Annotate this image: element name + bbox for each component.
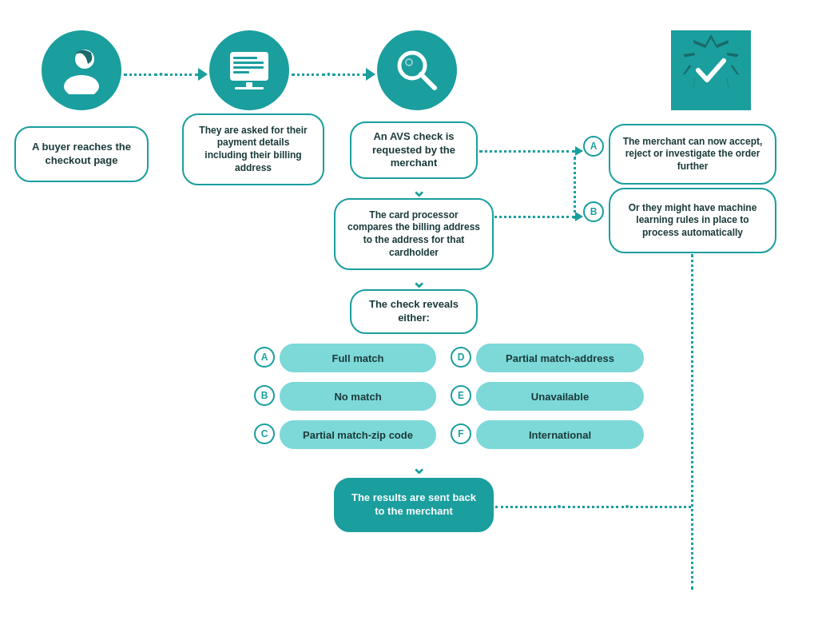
arrow-from-step6 — [495, 505, 691, 508]
result-f-tag: International — [476, 420, 644, 449]
arrow-to-b — [479, 212, 583, 221]
result-d-circle: D — [451, 347, 471, 368]
avs-diagram: • • A buyer reaches the checkout page Th… — [0, 0, 818, 644]
label-a: A — [583, 136, 604, 157]
svg-rect-3 — [233, 57, 257, 59]
step5-box: The check reveals either: — [350, 289, 478, 334]
label-b: B — [583, 201, 604, 222]
svg-point-10 — [406, 59, 412, 66]
vert-dotted-ab — [574, 157, 576, 219]
svg-rect-4 — [233, 62, 264, 64]
chevron-1: ⌄ — [411, 182, 426, 200]
step4-box: The card processor compares the billing … — [334, 198, 494, 270]
arrow-2: • — [292, 68, 375, 81]
svg-point-1 — [64, 75, 99, 94]
svg-rect-5 — [233, 66, 264, 69]
vert-dotted-right — [691, 254, 693, 590]
form-icon — [209, 30, 289, 110]
chevron-2: ⌄ — [411, 273, 426, 291]
step1-box: A buyer reaches the checkout page — [14, 126, 149, 182]
arrow-to-a — [479, 146, 583, 156]
merchant-b-box: Or they might have machine learning rule… — [609, 188, 776, 253]
result-b-tag: No match — [280, 382, 436, 411]
step6-box: The results are sent back to the merchan… — [334, 478, 494, 532]
merchant-a-box: The merchant can now accept, reject or i… — [609, 124, 776, 185]
result-a-circle: A — [254, 347, 275, 368]
arrow-1: • — [124, 68, 208, 81]
svg-rect-7 — [246, 82, 252, 87]
svg-rect-6 — [233, 71, 249, 74]
result-a-tag: Full match — [280, 344, 436, 372]
chevron-3: ⌄ — [411, 459, 426, 477]
result-e-tag: Unavailable — [476, 382, 644, 411]
result-f-circle: F — [451, 423, 471, 444]
step2-box: They are asked for their payment details… — [182, 113, 324, 185]
search-icon — [377, 30, 457, 110]
result-c-circle: C — [254, 423, 275, 444]
badge-icon — [671, 30, 751, 110]
person-icon — [42, 30, 121, 110]
result-c-tag: Partial match-zip code — [280, 420, 436, 449]
svg-rect-8 — [235, 87, 264, 89]
result-e-circle: E — [451, 385, 471, 406]
svg-line-11 — [421, 74, 435, 88]
result-b-circle: B — [254, 385, 275, 406]
step3-box: An AVS check is requested by the merchan… — [350, 121, 478, 179]
result-d-tag: Partial match-address — [476, 344, 644, 372]
